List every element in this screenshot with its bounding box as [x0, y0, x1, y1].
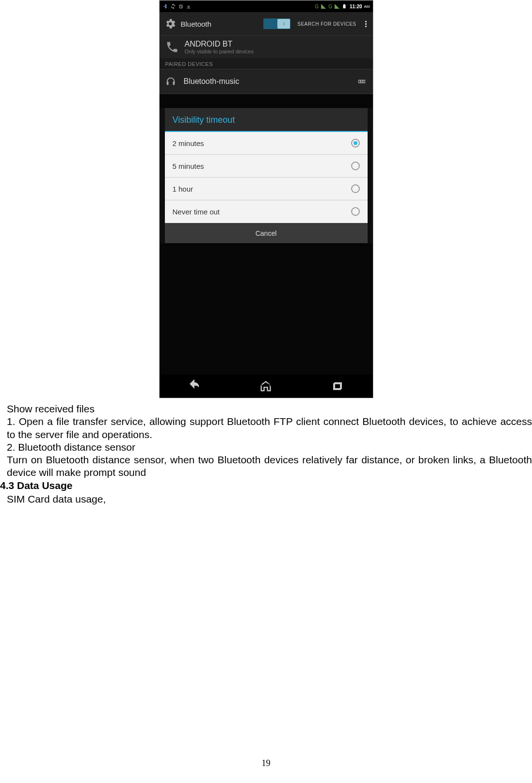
body-line-2: 2. Bluetooth distance sensor — [7, 441, 532, 454]
alarm-icon — [178, 3, 184, 9]
signal-icon-1 — [321, 3, 326, 9]
visibility-timeout-dialog: Visibility timeout 2 minutes 5 minutes 1… — [164, 108, 368, 244]
option-label: 5 minutes — [173, 162, 351, 170]
page-number: 19 — [0, 758, 532, 768]
option-2-minutes[interactable]: 2 minutes — [165, 132, 368, 155]
headphones-icon — [165, 76, 176, 87]
section-4-3-heading: 4.3 Data Usage — [0, 479, 532, 492]
settings-icon[interactable] — [160, 12, 181, 35]
toggle-knob: I — [277, 19, 290, 29]
network-g-1: G — [315, 4, 319, 9]
phone-screen: G G 11:20 AM — [160, 0, 373, 398]
clock-time: 11:20 — [350, 4, 362, 9]
download-icon — [186, 3, 192, 9]
dim-overlay-bottom — [160, 244, 373, 375]
option-1-hour[interactable]: 1 hour — [165, 178, 368, 200]
cancel-button[interactable]: Cancel — [165, 223, 368, 243]
option-label: Never time out — [173, 208, 351, 216]
option-label: 1 hour — [173, 185, 351, 193]
show-received-files-heading: Show received files — [7, 403, 532, 415]
device-subtitle: Only visible to paired devices — [185, 49, 254, 54]
paired-device-row[interactable]: Bluetooth-music — [160, 69, 373, 94]
svg-rect-1 — [343, 5, 345, 9]
sim-card-line: SIM Card data usage, — [7, 493, 532, 506]
overflow-menu-icon[interactable] — [361, 21, 371, 27]
this-device-row[interactable]: ANDROID BT Only visible to paired device… — [160, 36, 373, 58]
device-name: ANDROID BT — [185, 40, 254, 49]
status-bar: G G 11:20 AM — [160, 0, 373, 12]
svg-rect-4 — [361, 80, 363, 83]
screenshot-figure: G G 11:20 AM — [159, 0, 373, 398]
body-line-3: Turn on Bluetooth distance sensor, when … — [7, 454, 532, 479]
svg-rect-2 — [344, 4, 345, 4]
option-label: 2 minutes — [173, 139, 351, 147]
clock-ampm: AM — [364, 4, 370, 9]
phone-icon — [165, 40, 179, 54]
actionbar-title: Bluetooth — [181, 20, 211, 28]
device-settings-icon[interactable] — [356, 76, 367, 87]
figure-caption: pic.4.8 — [0, 377, 532, 389]
signal-icon-2 — [334, 3, 340, 9]
svg-rect-3 — [358, 80, 360, 83]
bluetooth-toggle[interactable]: I — [263, 18, 290, 29]
battery-icon — [342, 3, 348, 9]
radio-icon — [351, 162, 360, 170]
radio-icon — [351, 184, 360, 193]
bluetooth-icon — [162, 3, 168, 9]
search-for-devices-button[interactable]: SEARCH FOR DEVICES — [297, 21, 356, 27]
dim-overlay-top — [160, 94, 373, 108]
paired-devices-label: PAIRED DEVICES — [160, 58, 373, 69]
svg-rect-5 — [363, 80, 365, 83]
paired-device-name: Bluetooth-music — [184, 77, 356, 86]
option-never-time-out[interactable]: Never time out — [165, 200, 368, 223]
radio-selected-icon — [351, 139, 360, 147]
option-5-minutes[interactable]: 5 minutes — [165, 155, 368, 178]
body-text: Show received files 1. Open a file trans… — [7, 403, 532, 506]
action-bar: Bluetooth I SEARCH FOR DEVICES — [160, 12, 373, 36]
dialog-title: Visibility timeout — [165, 108, 368, 132]
network-g-2: G — [328, 4, 332, 9]
sync-icon — [170, 3, 176, 9]
radio-icon — [351, 207, 360, 216]
body-line-1: 1. Open a file transfer service, allowin… — [7, 415, 532, 441]
